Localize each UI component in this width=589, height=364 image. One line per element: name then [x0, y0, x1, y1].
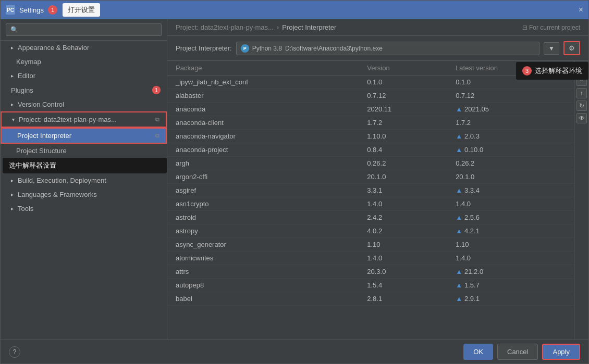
package-name: alabaster [167, 89, 359, 103]
table-row[interactable]: attrs20.3.0▲21.2.0 [167, 265, 574, 279]
update-arrow: ▲ [456, 227, 462, 235]
update-arrow: ▲ [456, 295, 462, 303]
sidebar-item-projectinterpreter[interactable]: Project Interpreter⧉ [1, 128, 167, 144]
table-row[interactable]: async_generator1.101.10 [167, 238, 574, 252]
python-path: D:\software\Anaconda3\python.exe [285, 45, 383, 52]
table-row[interactable]: anaconda-navigator1.10.0▲2.0.3 [167, 130, 574, 143]
col-package: Package [167, 61, 359, 76]
table-row[interactable]: babel2.8.1▲2.9.1 [167, 292, 574, 306]
package-version: 2020.11 [359, 103, 447, 116]
sidebar-item-project[interactable]: ▾Project: data2text-plan-py-mas...⧉ [1, 111, 167, 128]
sidebar-item-versioncontrol[interactable]: ▸Version Control [1, 97, 167, 111]
package-name: asgiref [167, 184, 359, 197]
sidebar-item-tools[interactable]: ▸Tools [1, 202, 167, 216]
package-version: 0.1.0 [359, 76, 447, 89]
footer-buttons: OK Cancel Apply [463, 344, 580, 360]
interpreter-row: Project Interpreter: P Python 3.8 D:\sof… [167, 36, 588, 61]
sidebar-label-plugins: Plugins [11, 86, 33, 94]
app-icon: PC [6, 5, 15, 15]
table-row[interactable]: anaconda2020.11▲2021.05 [167, 103, 574, 116]
package-name: argh [167, 157, 359, 170]
package-name: async_generator [167, 238, 359, 252]
sidebar-item-editor[interactable]: ▸Editor [1, 69, 167, 83]
package-version: 0.7.12 [359, 89, 447, 103]
update-arrow: ▲ [456, 146, 462, 154]
package-name: asn1crypto [167, 197, 359, 211]
package-version: 20.3.0 [359, 265, 447, 279]
package-name: babel [167, 292, 359, 306]
sidebar-item-appearance[interactable]: ▸Appearance & Behavior [1, 41, 167, 55]
col-version: Version [359, 61, 447, 76]
sidebar-item-plugins[interactable]: Plugins1 [1, 83, 167, 97]
package-latest: 0.26.2 [447, 157, 574, 170]
upgrade-package-button[interactable]: ↑ [576, 88, 587, 98]
package-latest: ▲0.10.0 [447, 143, 574, 157]
package-latest: 1.7.2 [447, 116, 574, 130]
package-name: argon2-cffi [167, 170, 359, 184]
sidebar-item-languages[interactable]: ▸Languages & Frameworks [1, 187, 167, 202]
package-latest: ▲1.5.7 [447, 279, 574, 292]
table-row[interactable]: asn1crypto1.4.01.4.0 [167, 197, 574, 211]
help-button[interactable]: ? [9, 346, 20, 358]
interpreter-dropdown-button[interactable]: ▼ [544, 42, 559, 55]
table-row[interactable]: anaconda-client1.7.21.7.2 [167, 116, 574, 130]
table-row[interactable]: anaconda-project0.8.4▲0.10.0 [167, 143, 574, 157]
table-row[interactable]: alabaster0.7.120.7.12 [167, 89, 574, 103]
package-name: atomicwrites [167, 252, 359, 265]
update-arrow: ▲ [456, 105, 462, 113]
package-name: astropy [167, 224, 359, 238]
interpreter-label: Project Interpreter: [176, 44, 232, 52]
package-latest: 20.1.0 [447, 170, 574, 184]
apply-button[interactable]: Apply [542, 344, 580, 360]
dialog-title: Settings [19, 6, 44, 14]
sidebar-item-keymap[interactable]: Keymap [1, 55, 167, 69]
title-badge: 1 [48, 5, 57, 15]
table-row[interactable]: astroid2.4.2▲2.5.6 [167, 211, 574, 224]
package-version: 1.7.2 [359, 116, 447, 130]
table-row[interactable]: argon2-cffi20.1.020.1.0 [167, 170, 574, 184]
sidebar-label-project: Project: data2text-plan-py-mas... [19, 116, 117, 123]
python-icon: P [241, 44, 249, 53]
search-input[interactable] [6, 23, 162, 36]
table-row[interactable]: argh0.26.20.26.2 [167, 157, 574, 170]
svg-text:PC: PC [7, 7, 14, 13]
interpreter-gear-button[interactable]: ⚙ [563, 41, 580, 55]
sidebar-item-build[interactable]: ▸Build, Execution, Deployment [1, 173, 167, 187]
eye-button[interactable]: 👁 [576, 113, 587, 123]
sidebar-items-container: ▸Appearance & BehaviorKeymap▸EditorPlugi… [1, 41, 167, 216]
package-name: anaconda-navigator [167, 130, 359, 143]
settings-dialog: PC Settings 1 打开设置 × ▸Appearance & Behav… [0, 0, 589, 364]
sidebar-label-editor: Editor [18, 72, 35, 80]
package-latest: 1.4.0 [447, 197, 574, 211]
sidebar-label-tools: Tools [18, 205, 33, 212]
copy-icon-project: ⧉ [155, 116, 159, 123]
package-version: 2.8.1 [359, 292, 447, 306]
sidebar-item-projectstructure[interactable]: Project Structure [1, 144, 167, 158]
update-arrow: ▲ [456, 214, 462, 221]
sidebar-label-versioncontrol: Version Control [18, 101, 64, 108]
cancel-button[interactable]: Cancel [497, 344, 538, 360]
update-arrow: ▲ [456, 281, 462, 289]
copy-icon-projectinterpreter: ⧉ [155, 132, 159, 139]
interpreter-select[interactable]: P Python 3.8 D:\software\Anaconda3\pytho… [236, 42, 539, 55]
refresh-button[interactable]: ↻ [576, 101, 587, 111]
update-arrow: ▲ [456, 132, 462, 140]
package-version: 3.3.1 [359, 184, 447, 197]
sidebar-tooltip-sidebartooltip: 选中解释器设置 [3, 158, 167, 173]
table-row[interactable]: astropy4.0.2▲4.2.1 [167, 224, 574, 238]
breadcrumb-bar: Project: data2text-plan-py-mas... › Proj… [167, 19, 588, 36]
sidebar-label-build: Build, Execution, Deployment [18, 177, 106, 184]
close-button[interactable]: × [579, 5, 583, 15]
package-version: 0.8.4 [359, 143, 447, 157]
table-row[interactable]: autopep81.5.4▲1.5.7 [167, 279, 574, 292]
sidebar-label-languages: Languages & Frameworks [18, 191, 97, 198]
table-row[interactable]: atomicwrites1.4.01.4.0 [167, 252, 574, 265]
package-latest: ▲2.5.6 [447, 211, 574, 224]
gear-tooltip-text: 选择解释器环境 [535, 67, 582, 74]
table-row[interactable]: _ipyw_jlab_nb_ext_conf0.1.00.1.0 [167, 76, 574, 89]
packages-table: Package Version Latest version _ipyw_jla… [167, 61, 574, 306]
ok-button[interactable]: OK [463, 344, 493, 360]
table-row[interactable]: asgiref3.3.1▲3.3.4 [167, 184, 574, 197]
package-version: 2.4.2 [359, 211, 447, 224]
title-bar: PC Settings 1 打开设置 × [1, 1, 588, 19]
